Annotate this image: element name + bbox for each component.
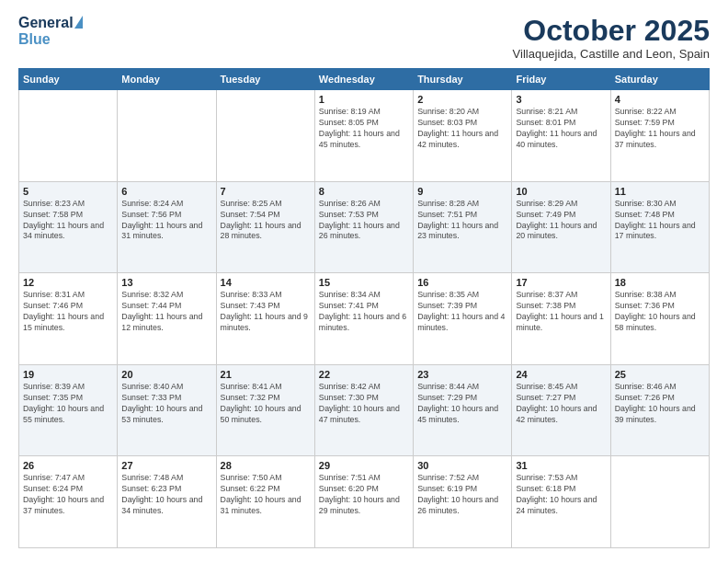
day-info: Sunrise: 7:52 AM Sunset: 6:19 PM Dayligh… — [417, 473, 507, 517]
day-number: 31 — [516, 460, 606, 471]
day-info: Sunrise: 8:28 AM Sunset: 7:51 PM Dayligh… — [417, 199, 507, 243]
calendar-day-header: Wednesday — [314, 69, 413, 90]
day-info: Sunrise: 8:33 AM Sunset: 7:43 PM Dayligh… — [221, 290, 311, 334]
calendar-cell: 27Sunrise: 7:48 AM Sunset: 6:23 PM Dayli… — [118, 456, 216, 548]
day-number: 6 — [121, 186, 211, 197]
calendar-day-header: Tuesday — [216, 69, 314, 90]
day-info: Sunrise: 8:22 AM Sunset: 7:59 PM Dayligh… — [615, 107, 705, 151]
calendar-day-header: Monday — [118, 69, 216, 90]
day-number: 11 — [615, 186, 705, 197]
day-number: 8 — [319, 186, 409, 197]
calendar-cell: 13Sunrise: 8:32 AM Sunset: 7:44 PM Dayli… — [118, 273, 216, 365]
day-info: Sunrise: 8:24 AM Sunset: 7:56 PM Dayligh… — [121, 199, 211, 243]
day-info: Sunrise: 8:41 AM Sunset: 7:32 PM Dayligh… — [221, 382, 311, 426]
day-info: Sunrise: 8:39 AM Sunset: 7:35 PM Dayligh… — [23, 382, 113, 426]
day-info: Sunrise: 8:35 AM Sunset: 7:39 PM Dayligh… — [417, 290, 507, 334]
day-number: 17 — [516, 277, 606, 288]
calendar-cell: 2Sunrise: 8:20 AM Sunset: 8:03 PM Daylig… — [414, 90, 512, 182]
logo-arrow-icon — [74, 16, 83, 29]
day-number: 2 — [417, 94, 507, 105]
day-info: Sunrise: 8:30 AM Sunset: 7:48 PM Dayligh… — [615, 199, 705, 243]
calendar-cell — [19, 90, 118, 182]
calendar-cell: 29Sunrise: 7:51 AM Sunset: 6:20 PM Dayli… — [314, 456, 413, 548]
logo-general-text: General — [18, 15, 74, 31]
day-number: 20 — [121, 369, 211, 380]
calendar-cell — [216, 90, 314, 182]
calendar-week-row: 26Sunrise: 7:47 AM Sunset: 6:24 PM Dayli… — [19, 456, 710, 548]
calendar-cell: 18Sunrise: 8:38 AM Sunset: 7:36 PM Dayli… — [610, 273, 709, 365]
calendar-cell: 5Sunrise: 8:23 AM Sunset: 7:58 PM Daylig… — [19, 181, 118, 273]
calendar-cell: 16Sunrise: 8:35 AM Sunset: 7:39 PM Dayli… — [414, 273, 512, 365]
page: General Blue October 2025 Villaquejida, … — [0, 0, 728, 563]
day-number: 4 — [615, 94, 705, 105]
calendar-cell: 17Sunrise: 8:37 AM Sunset: 7:38 PM Dayli… — [512, 273, 610, 365]
day-number: 16 — [417, 277, 507, 288]
calendar-cell: 9Sunrise: 8:28 AM Sunset: 7:51 PM Daylig… — [414, 181, 512, 273]
calendar-cell — [118, 90, 216, 182]
day-info: Sunrise: 8:32 AM Sunset: 7:44 PM Dayligh… — [121, 290, 211, 334]
calendar-header-row: SundayMondayTuesdayWednesdayThursdayFrid… — [19, 69, 710, 90]
calendar-cell: 28Sunrise: 7:50 AM Sunset: 6:22 PM Dayli… — [216, 456, 314, 548]
calendar-day-header: Sunday — [19, 69, 118, 90]
month-title: October 2025 — [513, 15, 710, 47]
day-number: 25 — [615, 369, 705, 380]
day-number: 7 — [221, 186, 311, 197]
day-number: 10 — [516, 186, 606, 197]
calendar-cell: 22Sunrise: 8:42 AM Sunset: 7:30 PM Dayli… — [314, 364, 413, 456]
day-info: Sunrise: 7:51 AM Sunset: 6:20 PM Dayligh… — [319, 473, 409, 517]
title-block: October 2025 Villaquejida, Castille and … — [513, 15, 710, 61]
day-info: Sunrise: 8:31 AM Sunset: 7:46 PM Dayligh… — [23, 290, 113, 334]
day-info: Sunrise: 8:40 AM Sunset: 7:33 PM Dayligh… — [121, 382, 211, 426]
day-number: 29 — [319, 460, 409, 471]
day-info: Sunrise: 7:47 AM Sunset: 6:24 PM Dayligh… — [23, 473, 113, 517]
day-info: Sunrise: 7:53 AM Sunset: 6:18 PM Dayligh… — [516, 473, 606, 517]
day-info: Sunrise: 8:20 AM Sunset: 8:03 PM Dayligh… — [417, 107, 507, 151]
day-number: 28 — [221, 460, 311, 471]
calendar-cell: 3Sunrise: 8:21 AM Sunset: 8:01 PM Daylig… — [512, 90, 610, 182]
calendar-cell: 7Sunrise: 8:25 AM Sunset: 7:54 PM Daylig… — [216, 181, 314, 273]
day-info: Sunrise: 7:50 AM Sunset: 6:22 PM Dayligh… — [221, 473, 311, 517]
day-info: Sunrise: 8:37 AM Sunset: 7:38 PM Dayligh… — [516, 290, 606, 334]
logo-blue-text: Blue — [18, 31, 51, 48]
calendar-cell: 19Sunrise: 8:39 AM Sunset: 7:35 PM Dayli… — [19, 364, 118, 456]
calendar-cell: 26Sunrise: 7:47 AM Sunset: 6:24 PM Dayli… — [19, 456, 118, 548]
calendar-week-row: 19Sunrise: 8:39 AM Sunset: 7:35 PM Dayli… — [19, 364, 710, 456]
calendar-week-row: 12Sunrise: 8:31 AM Sunset: 7:46 PM Dayli… — [19, 273, 710, 365]
calendar-cell: 23Sunrise: 8:44 AM Sunset: 7:29 PM Dayli… — [414, 364, 512, 456]
day-info: Sunrise: 8:34 AM Sunset: 7:41 PM Dayligh… — [319, 290, 409, 334]
calendar-cell: 25Sunrise: 8:46 AM Sunset: 7:26 PM Dayli… — [610, 364, 709, 456]
day-info: Sunrise: 8:29 AM Sunset: 7:49 PM Dayligh… — [516, 199, 606, 243]
calendar-cell: 1Sunrise: 8:19 AM Sunset: 8:05 PM Daylig… — [314, 90, 413, 182]
calendar-cell — [610, 456, 709, 548]
day-info: Sunrise: 8:19 AM Sunset: 8:05 PM Dayligh… — [319, 107, 409, 151]
calendar-day-header: Friday — [512, 69, 610, 90]
day-number: 21 — [221, 369, 311, 380]
day-info: Sunrise: 8:38 AM Sunset: 7:36 PM Dayligh… — [615, 290, 705, 334]
day-number: 27 — [121, 460, 211, 471]
day-info: Sunrise: 8:42 AM Sunset: 7:30 PM Dayligh… — [319, 382, 409, 426]
day-info: Sunrise: 8:45 AM Sunset: 7:27 PM Dayligh… — [516, 382, 606, 426]
calendar-day-header: Thursday — [414, 69, 512, 90]
day-number: 3 — [516, 94, 606, 105]
day-info: Sunrise: 8:46 AM Sunset: 7:26 PM Dayligh… — [615, 382, 705, 426]
calendar-cell: 11Sunrise: 8:30 AM Sunset: 7:48 PM Dayli… — [610, 181, 709, 273]
logo: General Blue — [18, 15, 83, 48]
day-number: 13 — [121, 277, 211, 288]
calendar-cell: 21Sunrise: 8:41 AM Sunset: 7:32 PM Dayli… — [216, 364, 314, 456]
calendar-week-row: 5Sunrise: 8:23 AM Sunset: 7:58 PM Daylig… — [19, 181, 710, 273]
calendar-cell: 4Sunrise: 8:22 AM Sunset: 7:59 PM Daylig… — [610, 90, 709, 182]
day-number: 19 — [23, 369, 113, 380]
calendar-cell: 30Sunrise: 7:52 AM Sunset: 6:19 PM Dayli… — [414, 456, 512, 548]
calendar-cell: 6Sunrise: 8:24 AM Sunset: 7:56 PM Daylig… — [118, 181, 216, 273]
day-info: Sunrise: 8:44 AM Sunset: 7:29 PM Dayligh… — [417, 382, 507, 426]
day-number: 15 — [319, 277, 409, 288]
calendar-cell: 8Sunrise: 8:26 AM Sunset: 7:53 PM Daylig… — [314, 181, 413, 273]
calendar-cell: 12Sunrise: 8:31 AM Sunset: 7:46 PM Dayli… — [19, 273, 118, 365]
day-number: 24 — [516, 369, 606, 380]
day-info: Sunrise: 8:23 AM Sunset: 7:58 PM Dayligh… — [23, 199, 113, 243]
calendar-day-header: Saturday — [610, 69, 709, 90]
day-number: 26 — [23, 460, 113, 471]
day-number: 1 — [319, 94, 409, 105]
calendar-cell: 14Sunrise: 8:33 AM Sunset: 7:43 PM Dayli… — [216, 273, 314, 365]
day-number: 23 — [417, 369, 507, 380]
